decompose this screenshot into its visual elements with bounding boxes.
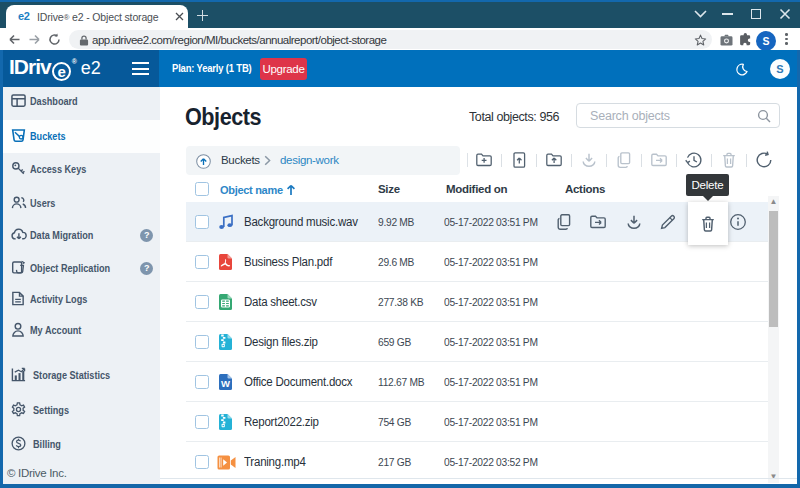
svg-text:W: W: [221, 378, 230, 389]
